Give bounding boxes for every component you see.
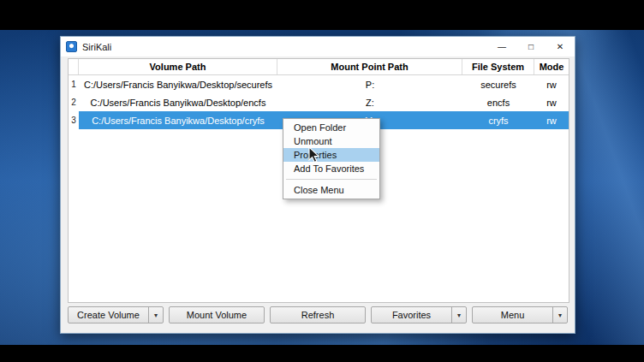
mode-cell: rw	[534, 93, 569, 111]
screen: SiriKali — □ ✕ Volume Path Mount Point P…	[0, 0, 644, 362]
minimize-icon[interactable]: —	[487, 37, 516, 56]
favorites-button[interactable]: Favorites ▾	[371, 306, 467, 323]
mount-point-cell: P:	[277, 75, 462, 93]
create-volume-button[interactable]: Create Volume ▾	[68, 306, 164, 323]
header-mount-point-path[interactable]: Mount Point Path	[277, 59, 462, 74]
maximize-icon[interactable]: □	[516, 37, 546, 56]
menu-separator	[286, 179, 377, 180]
header-corner-cell	[69, 59, 79, 74]
menu-item-add-to-favorites[interactable]: Add To Favorites	[283, 162, 379, 175]
favorites-label: Favorites	[372, 307, 451, 323]
context-menu: Open Folder Unmount Properties Add To Fa…	[283, 118, 380, 199]
file-system-cell: securefs	[462, 75, 534, 93]
menu-item-close-menu[interactable]: Close Menu	[283, 183, 379, 197]
window-controls: — □ ✕	[487, 37, 575, 56]
menu-item-properties[interactable]: Properties	[283, 148, 379, 162]
file-system-cell: encfs	[462, 93, 534, 111]
mouse-cursor-icon	[308, 146, 320, 163]
dropdown-arrow-icon[interactable]: ▾	[552, 307, 567, 323]
menu-item-open-folder[interactable]: Open Folder	[283, 121, 379, 134]
close-icon[interactable]: ✕	[546, 37, 575, 56]
menu-label: Menu	[473, 307, 552, 323]
mode-cell: rw	[534, 111, 569, 129]
letterbox-top	[0, 0, 644, 30]
table-row[interactable]: 2 C:/Users/Francis Banyikwa/Desktop/encf…	[69, 93, 569, 111]
toolbar: Create Volume ▾ Mount Volume Refresh Fav…	[68, 306, 568, 323]
title-bar[interactable]: SiriKali — □ ✕	[61, 37, 575, 56]
mount-point-cell: Z:	[277, 93, 462, 111]
table-header-row: Volume Path Mount Point Path File System…	[69, 59, 569, 75]
volume-path-cell: C:/Users/Francis Banyikwa/Desktop/cryfs	[79, 111, 277, 129]
row-number-cell: 3	[69, 111, 79, 129]
refresh-label: Refresh	[271, 307, 365, 323]
mount-volume-button[interactable]: Mount Volume	[169, 306, 265, 323]
volume-path-cell: C:/Users/Francis Banyikwa/Desktop/encfs	[79, 93, 277, 111]
desktop-background: SiriKali — □ ✕ Volume Path Mount Point P…	[0, 30, 644, 345]
create-volume-label: Create Volume	[69, 307, 148, 323]
window-title: SiriKali	[82, 42, 111, 52]
header-mode[interactable]: Mode	[534, 59, 569, 74]
mode-cell: rw	[534, 75, 569, 93]
volume-path-cell: C:/Users/Francis Banyikwa/Desktop/secure…	[79, 75, 277, 93]
mount-volume-label: Mount Volume	[170, 307, 264, 323]
menu-button[interactable]: Menu ▾	[472, 306, 568, 323]
header-volume-path[interactable]: Volume Path	[79, 59, 277, 74]
row-number-cell: 2	[69, 93, 79, 111]
menu-item-unmount[interactable]: Unmount	[283, 134, 379, 148]
dropdown-arrow-icon[interactable]: ▾	[148, 307, 163, 323]
app-icon	[66, 41, 77, 52]
header-file-system[interactable]: File System	[462, 59, 534, 74]
row-number-cell: 1	[69, 75, 79, 93]
letterbox-bottom	[0, 345, 644, 362]
file-system-cell: cryfs	[462, 111, 534, 129]
dropdown-arrow-icon[interactable]: ▾	[451, 307, 466, 323]
table-row[interactable]: 1 C:/Users/Francis Banyikwa/Desktop/secu…	[69, 75, 569, 93]
refresh-button[interactable]: Refresh	[270, 306, 366, 323]
